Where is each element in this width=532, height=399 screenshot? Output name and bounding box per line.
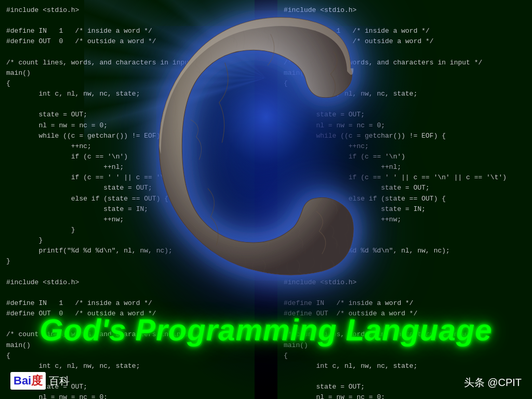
cpit-watermark: 头条 @CPIT <box>464 376 522 390</box>
baidu-watermark: Bai度 百科 <box>10 372 70 390</box>
c-letter-graphic <box>156 10 385 281</box>
title-text: God's Programming Language <box>0 312 532 347</box>
baidu-text: 百科 <box>49 374 70 388</box>
baidu-logo: Bai度 <box>10 372 46 390</box>
background: #include <stdio.h> #define IN 1 /* insid… <box>0 0 532 399</box>
